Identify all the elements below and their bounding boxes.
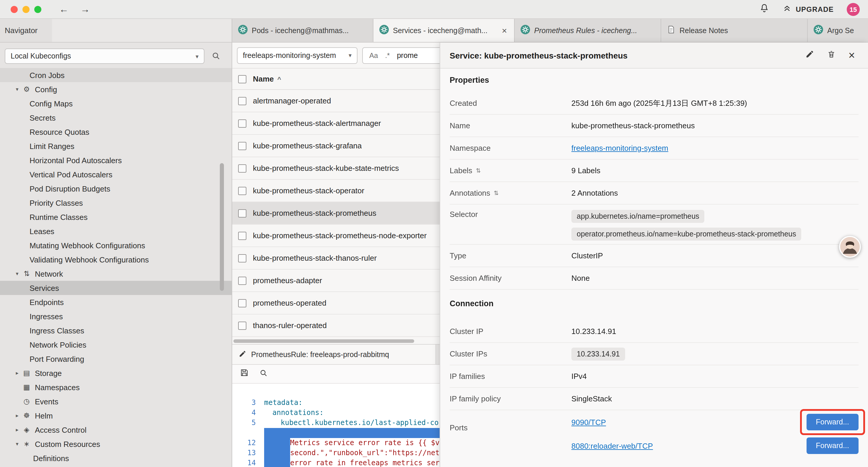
edit-pencil-icon: [239, 350, 246, 359]
chevron-down-icon[interactable]: ▾: [13, 271, 21, 276]
kubeconfig-selector[interactable]: Local Kubeconfigs ▾: [5, 49, 205, 64]
forward-button[interactable]: →: [80, 4, 90, 14]
sidebar-item-runtime-classes[interactable]: Runtime Classes: [0, 210, 231, 224]
sidebar-item-resource-quotas[interactable]: Resource Quotas: [0, 125, 231, 139]
chevron-right-icon[interactable]: ▸: [13, 413, 21, 418]
sidebar-item-label: Ingresses: [30, 312, 63, 321]
zoom-window-button[interactable]: [34, 6, 41, 13]
tab-prometheus-rules[interactable]: Prometheus Rules - icecheng...: [515, 19, 661, 42]
selector-badge: operator.prometheus.io/name=kube-prometh…: [571, 228, 802, 241]
delete-trash-icon[interactable]: [827, 50, 836, 61]
sidebar-item-network-policies[interactable]: Network Policies: [0, 338, 231, 352]
scrollbar-thumb[interactable]: [234, 339, 414, 343]
minimize-window-button[interactable]: [23, 6, 30, 13]
sidebar-item-endpoints[interactable]: Endpoints: [0, 295, 231, 309]
tab-argo[interactable]: Argo Se: [808, 19, 868, 42]
sidebar-item-priority-classes[interactable]: Priority Classes: [0, 196, 231, 210]
edit-pencil-icon[interactable]: [805, 50, 814, 61]
sidebar-item-cron-jobs[interactable]: Cron Jobs: [0, 68, 231, 82]
sidebar-item-horizontal-pod-autoscalers[interactable]: Horizontal Pod Autoscalers: [0, 153, 231, 167]
sidebar-scrollbar[interactable]: [220, 163, 224, 291]
row-checkbox[interactable]: [238, 209, 246, 217]
namespace-link[interactable]: freeleaps-monitoring-system: [571, 144, 668, 152]
row-checkbox[interactable]: [238, 321, 246, 329]
chevron-right-icon[interactable]: ▸: [13, 370, 21, 376]
row-label: IP families: [450, 372, 571, 381]
network-icon: ⇅: [21, 269, 32, 278]
sidebar-item-label: Cron Jobs: [30, 71, 65, 80]
search-icon[interactable]: [212, 52, 220, 63]
sidebar-item-secrets[interactable]: Secrets: [0, 111, 231, 125]
sidebar-item-storage[interactable]: ▸▤Storage: [0, 366, 231, 380]
forward-button[interactable]: Forward...: [806, 414, 859, 430]
sidebar-item-mutating-webhook-configurations[interactable]: Mutating Webhook Configurations: [0, 238, 231, 253]
properties-section-heading: Properties: [450, 76, 489, 85]
namespace-filter-dropdown[interactable]: freeleaps-monitoring-system ▾: [237, 47, 358, 63]
sidebar-item-ingress-classes[interactable]: Ingress Classes: [0, 323, 231, 338]
back-button[interactable]: ←: [59, 4, 68, 14]
tab-label: Prometheus Rules - icecheng...: [534, 26, 655, 35]
row-checkbox[interactable]: [238, 164, 246, 172]
close-window-button[interactable]: [11, 6, 18, 13]
sidebar-item-ingresses[interactable]: Ingresses: [0, 309, 231, 323]
tab-pods[interactable]: Pods - icecheng@mathmas...: [232, 19, 373, 42]
sidebar-item-definitions[interactable]: Definitions: [0, 451, 231, 465]
tab-release-notes[interactable]: Release Notes: [661, 19, 808, 42]
sidebar-item-limit-ranges[interactable]: Limit Ranges: [0, 139, 231, 153]
line-number: 4: [232, 408, 256, 418]
regex-toggle[interactable]: .*: [385, 51, 390, 59]
sidebar-item-network[interactable]: ▾⇅Network: [0, 267, 231, 281]
notification-count-badge[interactable]: 15: [847, 3, 860, 16]
save-icon[interactable]: [240, 368, 249, 380]
row-checkbox[interactable]: [238, 254, 246, 262]
detail-row-annotations: Annotations⇅ 2 Annotations: [450, 182, 859, 205]
sidebar-item-validating-webhook-configurations[interactable]: Validating Webhook Configurations: [0, 253, 231, 267]
drawer-header: Service: kube-prometheus-stack-prometheu…: [440, 42, 868, 68]
sidebar-item-services[interactable]: Services: [0, 281, 231, 295]
expand-collapse-icon[interactable]: ⇅: [476, 167, 481, 174]
chevron-right-icon[interactable]: ▸: [13, 427, 21, 433]
close-icon[interactable]: ×: [848, 50, 855, 61]
search-icon[interactable]: [259, 369, 268, 379]
dock-tab-prometheusrule[interactable]: PrometheusRule: freeleaps-prod-rabbitmq: [232, 345, 436, 364]
sidebar-item-config[interactable]: ▾⚙Config: [0, 82, 231, 96]
detail-row-labels: Labels⇅ 9 Labels: [450, 159, 859, 182]
row-label: Annotations: [450, 188, 490, 198]
chevron-down-icon[interactable]: ▾: [13, 86, 21, 92]
tab-services[interactable]: Services - icecheng@math... ×: [373, 19, 515, 42]
row-checkbox[interactable]: [238, 276, 246, 285]
row-checkbox[interactable]: [238, 142, 246, 150]
row-checkbox[interactable]: [238, 186, 246, 195]
sidebar-item-namespaces[interactable]: ▦Namespaces: [0, 380, 231, 394]
row-checkbox[interactable]: [238, 231, 246, 240]
sidebar-item-port-forwarding[interactable]: Port Forwarding: [0, 352, 231, 366]
sidebar-item-helm[interactable]: ▸☸Helm: [0, 408, 231, 423]
row-checkbox[interactable]: [238, 97, 246, 105]
webcam-avatar-overlay[interactable]: [839, 236, 861, 258]
sort-ascending-icon[interactable]: ^: [277, 76, 281, 83]
port-link[interactable]: 9090/TCP: [571, 418, 606, 427]
expand-collapse-icon[interactable]: ⇅: [494, 190, 499, 196]
sidebar-item-events[interactable]: ◷Events: [0, 394, 231, 408]
sidebar-item-leases[interactable]: Leases: [0, 224, 231, 238]
upgrade-button[interactable]: UPGRADE: [782, 4, 834, 14]
sidebar-item-custom-resources[interactable]: ▾∗Custom Resources: [0, 437, 231, 451]
port-link[interactable]: 8080:reloader-web/TCP: [571, 441, 653, 450]
row-label: Selector: [450, 210, 571, 219]
select-all-checkbox[interactable]: [238, 75, 246, 83]
sidebar-item-vertical-pod-autoscalers[interactable]: Vertical Pod Autoscalers: [0, 167, 231, 181]
session-affinity-value: None: [571, 274, 590, 283]
row-checkbox[interactable]: [238, 119, 246, 127]
sidebar-item-config-maps[interactable]: Config Maps: [0, 96, 231, 111]
sidebar-item-pod-disruption-budgets[interactable]: Pod Disruption Budgets: [0, 181, 231, 196]
match-case-toggle[interactable]: Aa: [369, 51, 378, 59]
sidebar-item-access-control[interactable]: ▸◈Access Control: [0, 423, 231, 437]
close-icon[interactable]: ×: [500, 25, 508, 35]
name-column-header[interactable]: Name: [253, 75, 274, 83]
tab-label: Argo Se: [827, 26, 862, 35]
chevron-down-icon[interactable]: ▾: [13, 441, 21, 447]
row-checkbox[interactable]: [238, 299, 246, 307]
forward-button[interactable]: Forward...: [806, 437, 859, 454]
app-window: ← → UPGRADE 15 Navigator Pods - icecheng…: [0, 0, 868, 467]
notification-bell-icon[interactable]: [759, 3, 769, 16]
